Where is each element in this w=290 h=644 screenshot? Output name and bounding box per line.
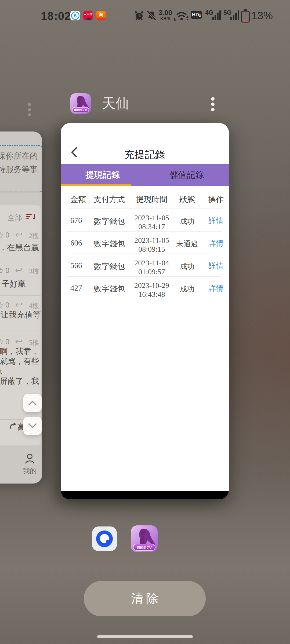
tianxian-app-icon[interactable]: 8808.TV	[70, 93, 91, 114]
signal-sim1: 4G	[205, 9, 221, 20]
chevron-up-icon	[28, 400, 37, 406]
app-icon-badge: 8808.TV	[133, 544, 155, 551]
header-status: 狀態	[171, 194, 203, 205]
sort-descending-icon[interactable]	[26, 214, 35, 221]
cell-method: 數字錢包	[94, 261, 125, 272]
reply-icon[interactable]: ↩	[15, 265, 23, 275]
header-amount: 金額	[70, 194, 86, 205]
app-icon-badge: 8808.TV	[72, 107, 89, 113]
page-title: 充提記錄	[61, 148, 229, 162]
volte-hd-icon: HD 1 2	[191, 11, 202, 19]
comment-meta: 0 ↩ 3樓	[0, 266, 41, 275]
details-link[interactable]: 詳情	[208, 261, 224, 271]
table-header: 金額 支付方式 提現時間 狀態 操作	[61, 186, 229, 209]
hd-sub: 2	[199, 15, 201, 17]
like-count: 0	[5, 266, 9, 275]
clear-all-button[interactable]: 清除	[84, 581, 206, 616]
left-app-preview-card[interactable]: 确保你所在的 持服务等事 全部 0 ↩ 2樓 ，在黑台赢 0 ↩ 3樓 子好赢 …	[0, 131, 42, 484]
reply-icon[interactable]: ↩	[15, 229, 23, 240]
active-tab-underline	[61, 184, 131, 186]
taobao-glyph: 淘	[96, 12, 106, 18]
battery-percent: 13%	[251, 10, 273, 22]
recents-app-title: 天仙	[102, 94, 129, 112]
reply-icon[interactable]: ↩	[15, 336, 23, 347]
taobao-icon: 淘	[96, 11, 106, 20]
svg-text:6: 6	[174, 17, 176, 21]
card-menu-icon[interactable]	[211, 97, 215, 113]
notice-line-1: 确保你所在的	[0, 149, 38, 163]
share-arrow-icon	[9, 422, 17, 430]
cell-status: 成功	[171, 262, 203, 271]
scroll-down-button[interactable]	[23, 417, 42, 435]
details-link[interactable]: 詳情	[208, 216, 224, 226]
tianxian-app-preview-card[interactable]: 充提記錄 提現記錄 儲值記錄 金額 支付方式 提現時間 狀態 操作 676 數字…	[61, 123, 229, 499]
like-count: 0	[5, 338, 9, 346]
scroll-up-button[interactable]	[23, 394, 42, 412]
floor-label: 3樓	[29, 267, 39, 276]
home-indicator[interactable]	[97, 635, 193, 638]
reply-icon[interactable]: ↩	[15, 299, 23, 310]
k-glyph: K	[71, 12, 79, 20]
cell-datetime: 2023-11-0508:34:17	[125, 213, 179, 231]
taobao-band	[96, 18, 106, 20]
header-time: 提現時間	[125, 194, 179, 205]
table-row: 606 數字錢包 2023-11-0508:09:15 未通過 詳情	[61, 232, 229, 254]
comment-meta: 0 ↩ 4樓	[0, 301, 41, 310]
status-bar: 18:02 K 云闪付 淘 3.00 KB/S 6 HD 1	[0, 8, 290, 24]
signal-sim2: 5G	[223, 9, 239, 20]
floor-label: 4樓	[29, 301, 39, 310]
tab-withdraw-records[interactable]: 提現記錄	[61, 164, 145, 186]
comment-text: 子好赢	[2, 279, 26, 290]
comment-text: ，在黑台赢	[0, 242, 39, 253]
clear-all-label: 清除	[128, 590, 161, 607]
thumbs-up-icon[interactable]	[0, 266, 3, 274]
unionpay-icon: 云闪付	[83, 11, 93, 20]
table-row: 566 數字錢包 2023-11-0401:09:57 成功 詳情	[61, 254, 229, 277]
header-method: 支付方式	[94, 194, 125, 205]
cell-method: 數字錢包	[94, 216, 125, 227]
cell-datetime: 2023-10-2916:43:48	[125, 281, 179, 299]
thumbs-up-icon[interactable]	[0, 301, 3, 309]
cell-amount: 566	[70, 261, 82, 270]
page-header: 充提記錄	[61, 123, 229, 164]
unionpay-flag	[86, 18, 90, 20]
tab-deposit-records[interactable]: 儲值記錄	[145, 164, 229, 186]
floor-label: 2樓	[29, 231, 39, 240]
cell-amount: 606	[70, 239, 82, 247]
nav-my-tab[interactable]: 我的	[21, 453, 38, 475]
header-action: 操作	[208, 194, 224, 205]
cell-method: 數字錢包	[94, 284, 125, 294]
quark-k-icon: K	[70, 11, 80, 20]
sim2-label: 5G	[223, 9, 232, 16]
wifi-icon: 6	[173, 10, 190, 21]
nav-my-label: 我的	[21, 466, 38, 475]
details-link[interactable]: 詳情	[208, 283, 224, 294]
comment-text: 让我充值等	[1, 309, 41, 320]
filter-all-label[interactable]: 全部	[8, 213, 22, 222]
clock-time: 18:02	[41, 10, 71, 23]
hd-label: HD	[192, 12, 199, 18]
cell-datetime: 2023-11-0508:09:15	[125, 236, 179, 254]
cell-status: 未通過	[171, 239, 203, 249]
tab-bar: 提現記錄 儲值記錄	[61, 164, 229, 186]
table-row: 427 數字錢包 2023-10-2916:43:48 成功 詳情	[61, 277, 229, 299]
network-speed-unit: KB/S	[158, 17, 173, 21]
left-card-menu-icon[interactable]	[28, 103, 31, 118]
thumbs-up-icon[interactable]	[0, 338, 3, 345]
cell-status: 成功	[171, 217, 203, 226]
floor-label: 5樓	[29, 338, 39, 347]
details-link[interactable]: 詳情	[208, 238, 224, 248]
cell-status: 成功	[171, 284, 203, 294]
tianxian-dock-icon[interactable]: 8808.TV	[131, 525, 158, 552]
cell-method: 數字錢包	[94, 239, 125, 249]
comment-meta: 0 ↩ 5樓	[0, 337, 41, 346]
cell-amount: 427	[70, 284, 82, 292]
notice-line-2: 持服务等事	[0, 163, 38, 176]
thumbs-up-icon[interactable]	[0, 231, 3, 239]
app-nav-bar-black	[61, 491, 229, 499]
comment-meta: 0 ↩ 2樓	[0, 230, 41, 240]
quark-browser-icon[interactable]	[92, 526, 117, 551]
like-count: 0	[5, 301, 9, 309]
comment-text: 啊，我靠， 就骂，有些t 屏蔽了，我	[0, 346, 41, 386]
network-speed: 3.00 KB/S	[158, 9, 173, 21]
